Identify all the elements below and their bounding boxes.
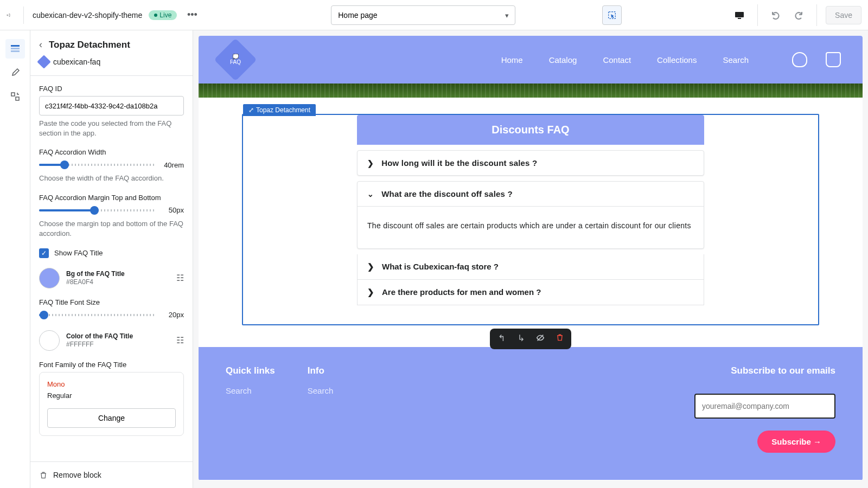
desktop-view-button[interactable] — [730, 6, 749, 24]
remove-block-button[interactable]: Remove block — [30, 461, 193, 488]
chevron-right-icon: ❯ — [367, 159, 374, 168]
exit-button[interactable] — [7, 7, 24, 24]
blocks-icon — [10, 91, 21, 102]
show-title-label: Show FAQ Title — [54, 249, 103, 257]
nav-catalog[interactable]: Catalog — [549, 55, 577, 65]
email-input[interactable] — [694, 394, 835, 419]
more-button[interactable]: ••• — [183, 7, 201, 24]
rail-sections[interactable] — [5, 39, 25, 59]
svg-rect-3 — [11, 45, 20, 47]
section-tag[interactable]: ⤢ Topaz Detachment — [243, 104, 316, 116]
faq-id-help: Paste the code you selected from the FAQ… — [39, 119, 184, 138]
faq-item-2[interactable]: ⌄What are the discount off sales ? The d… — [357, 181, 704, 249]
margin-label: FAQ Accordion Margin Top and Bottom — [39, 194, 184, 202]
page-selector[interactable]: Home page — [331, 5, 515, 25]
inspector-icon — [607, 10, 617, 20]
width-slider[interactable] — [39, 159, 155, 170]
sidebar: ‹ Topaz Detachment cubexican-faq FAQ ID … — [30, 30, 193, 488]
font-picker: Mono Regular Change — [39, 372, 184, 436]
section-toolbar: ↰ ↳ — [490, 329, 571, 349]
chevron-right-icon: ❯ — [367, 287, 374, 297]
inspector-toggle[interactable] — [602, 5, 622, 25]
margin-value: 50px — [160, 206, 184, 214]
change-font-button[interactable]: Change — [47, 408, 176, 428]
nav-search[interactable]: Search — [723, 55, 749, 65]
svg-rect-7 — [16, 97, 19, 100]
nav-collections[interactable]: Collections — [657, 55, 697, 65]
svg-rect-4 — [11, 48, 20, 49]
faq-item-4[interactable]: ❯Are there products for men and women ? — [358, 280, 704, 305]
svg-rect-5 — [11, 50, 20, 52]
divider — [816, 4, 817, 26]
faq-id-input[interactable] — [39, 96, 184, 115]
left-rail — [0, 30, 30, 488]
page-select-input[interactable]: Home page — [331, 5, 515, 25]
svg-rect-6 — [11, 93, 15, 96]
margin-slider[interactable] — [39, 205, 155, 216]
title-color-swatch[interactable] — [39, 330, 60, 351]
save-button[interactable]: Save — [826, 6, 861, 24]
faq-title: Discounts FAQ — [357, 115, 704, 145]
account-icon[interactable] — [792, 52, 807, 67]
rail-theme-settings[interactable] — [5, 63, 25, 82]
sections-icon — [10, 43, 21, 54]
bg-color-hex: #8EA0F4 — [66, 278, 93, 286]
rail-app-embeds[interactable] — [5, 87, 25, 106]
hide-button[interactable] — [534, 333, 546, 345]
dynamic-source-icon[interactable]: ☷ — [176, 273, 184, 283]
delete-button[interactable] — [554, 333, 566, 345]
divider — [757, 4, 758, 26]
move-down-button[interactable]: ↳ — [515, 333, 527, 345]
cart-icon[interactable] — [826, 52, 841, 67]
title-size-slider[interactable] — [39, 310, 155, 320]
svg-rect-2 — [738, 18, 741, 19]
dynamic-source-icon[interactable]: ☷ — [176, 335, 184, 345]
undo-button[interactable] — [767, 6, 785, 24]
width-help: Choose the width of the FAQ accordion. — [39, 174, 184, 183]
title-size-value: 20px — [160, 311, 184, 319]
desktop-icon — [734, 10, 745, 21]
app-name: cubexican-faq — [53, 57, 100, 66]
faq-item-1[interactable]: ❯How long will it be the discount sales … — [357, 150, 704, 176]
preview-frame: 💭FAQ Home Catalog Contact Collections Se… — [199, 36, 863, 480]
svg-rect-1 — [735, 12, 744, 17]
footer-col1-heading: Quick links — [226, 365, 275, 376]
title-color-label: Color of the FAQ Title — [66, 332, 170, 340]
title-color-hex: #FFFFFF — [66, 341, 94, 348]
font-name-2: Regular — [47, 391, 176, 400]
faq-answer-2: The discount off sales are certain produ… — [358, 206, 704, 248]
show-title-checkbox[interactable]: ✓ — [39, 248, 49, 258]
title-size-label: FAQ Title Font Size — [39, 298, 184, 306]
bg-color-swatch[interactable] — [39, 268, 60, 288]
width-value: 40rem — [160, 161, 184, 169]
nav-home[interactable]: Home — [501, 55, 523, 65]
font-name-1: Mono — [47, 380, 176, 388]
app-icon — [37, 55, 50, 68]
move-up-button[interactable]: ↰ — [495, 333, 507, 345]
faq-id-label: FAQ ID — [39, 85, 184, 93]
brush-icon — [10, 67, 21, 78]
undo-icon — [770, 10, 781, 21]
footer-col2-heading: Info — [308, 365, 334, 376]
chevron-down-icon: ⌄ — [367, 190, 374, 198]
subscribe-button[interactable]: Subscribe → — [757, 431, 835, 453]
faq-item-3[interactable]: ❯What is Cubexican-faq store ? — [358, 254, 704, 280]
store-nav: Home Catalog Contact Collections Search — [501, 55, 749, 65]
theme-name: cubexican-dev-v2-shopify-theme — [33, 11, 142, 20]
bg-color-label: Bg of the FAQ Title — [66, 270, 170, 278]
sidebar-title: Topaz Detachment — [49, 40, 130, 50]
nav-contact[interactable]: Contact — [603, 55, 631, 65]
faq-section[interactable]: Discounts FAQ ❯How long will it be the d… — [242, 114, 819, 325]
redo-button[interactable] — [789, 6, 808, 24]
store-logo[interactable]: 💭FAQ — [214, 38, 257, 81]
footer-col2-link[interactable]: Search — [308, 386, 334, 395]
margin-help: Choose the margin top and bottom of the … — [39, 219, 184, 239]
redo-icon — [793, 10, 804, 21]
trash-icon — [39, 471, 48, 479]
move-icon: ⤢ — [248, 106, 254, 114]
back-button[interactable]: ‹ — [39, 39, 42, 50]
store-footer: Quick links Search Info Search Subscribe… — [199, 347, 863, 480]
footer-col1-link[interactable]: Search — [226, 386, 252, 395]
font-family-label: Font Family of the FAQ Title — [39, 361, 184, 369]
width-label: FAQ Accordion Width — [39, 148, 184, 156]
